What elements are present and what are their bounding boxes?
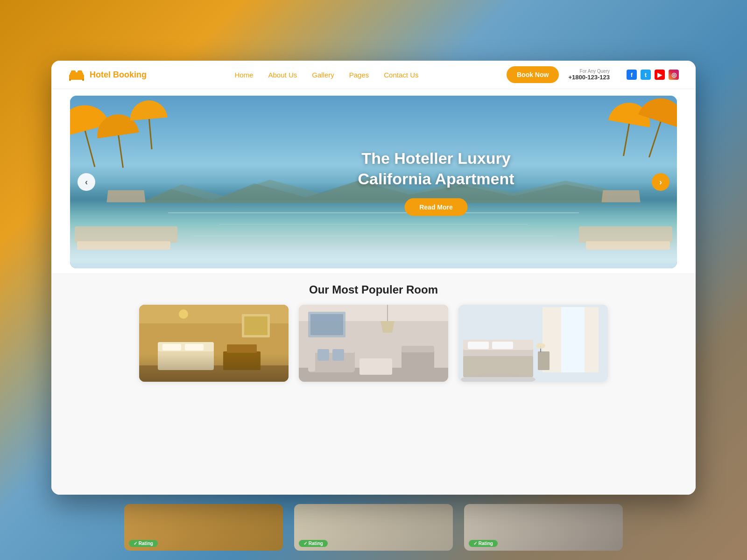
svg-marker-32 <box>381 321 395 333</box>
svg-rect-10 <box>139 365 289 382</box>
svg-rect-18 <box>244 316 268 335</box>
svg-rect-13 <box>162 344 181 350</box>
nav-gallery[interactable]: Gallery <box>312 71 334 79</box>
social-icons: f t ▶ ◎ <box>627 70 679 80</box>
bottom-card-1[interactable]: ✓ Rating <box>124 504 283 551</box>
youtube-icon[interactable]: ▶ <box>655 70 665 80</box>
svg-rect-5 <box>82 79 84 81</box>
pool-left-edge <box>106 190 145 202</box>
svg-rect-25 <box>308 346 315 371</box>
rooms-section-title: Our Most Populer Room <box>51 273 696 305</box>
svg-point-46 <box>536 343 545 349</box>
room-card-3[interactable] <box>458 305 608 382</box>
navbar: Hotel Booking Home About Us Gallery Page… <box>51 61 696 89</box>
nav-links: Home About Us Gallery Pages Contact Us <box>156 71 497 79</box>
hero-slider: ‹ The Hoteller Luxury California Apartme… <box>70 96 677 268</box>
svg-rect-3 <box>78 70 82 73</box>
read-more-button[interactable]: Read More <box>404 198 468 216</box>
svg-rect-2 <box>71 70 76 73</box>
room-card-1[interactable] <box>139 305 289 382</box>
slider-next-button[interactable]: › <box>652 173 669 191</box>
room-image-1 <box>139 305 289 382</box>
bottom-badge-2: ✓ Rating <box>299 539 328 547</box>
svg-rect-16 <box>227 344 257 353</box>
room-card-2[interactable] <box>299 305 448 382</box>
rooms-section: Our Most Populer Room <box>51 273 696 495</box>
room-image-3 <box>458 305 608 382</box>
svg-rect-41 <box>468 342 489 349</box>
browser-card: Hotel Booking Home About Us Gallery Page… <box>51 61 696 495</box>
nav-about[interactable]: About Us <box>268 71 297 79</box>
svg-rect-34 <box>310 314 343 335</box>
hero-text-overlay: The Hoteller Luxury California Apartment… <box>358 148 514 216</box>
hotel-logo-icon <box>68 66 85 83</box>
slider-prev-button[interactable]: ‹ <box>78 173 95 191</box>
nav-pages[interactable]: Pages <box>349 71 369 79</box>
nav-home[interactable]: Home <box>235 71 254 79</box>
bottom-badge-1: ✓ Rating <box>129 539 158 547</box>
svg-rect-28 <box>359 358 392 375</box>
query-label: For Any Query <box>580 69 610 74</box>
pool-right-edge <box>601 190 640 202</box>
logo-area[interactable]: Hotel Booking <box>68 66 147 83</box>
svg-rect-44 <box>538 351 550 370</box>
svg-rect-29 <box>402 349 434 372</box>
svg-rect-26 <box>317 349 329 361</box>
svg-rect-42 <box>492 342 513 349</box>
room-image-2 <box>299 305 448 382</box>
phone-number: +1800-123-123 <box>568 74 610 81</box>
bottom-card-3[interactable]: ✓ Rating <box>464 504 623 551</box>
svg-rect-27 <box>332 349 344 361</box>
twitter-icon[interactable]: t <box>641 70 651 80</box>
svg-point-19 <box>179 309 188 319</box>
logo-text: Hotel Booking <box>90 70 147 80</box>
nav-contact[interactable]: Contact Us <box>384 71 418 79</box>
svg-rect-15 <box>223 351 261 370</box>
bottom-badge-3: ✓ Rating <box>469 539 498 547</box>
book-now-button[interactable]: Book Now <box>507 66 559 83</box>
hero-title: The Hoteller Luxury California Apartment <box>358 148 514 189</box>
svg-rect-14 <box>185 344 204 350</box>
instagram-icon[interactable]: ◎ <box>669 70 679 80</box>
svg-rect-4 <box>69 79 71 81</box>
bottom-card-2[interactable]: ✓ Rating <box>294 504 453 551</box>
facebook-icon[interactable]: f <box>627 70 637 80</box>
rooms-grid <box>51 305 696 382</box>
svg-rect-30 <box>402 346 434 352</box>
contact-area: For Any Query +1800-123-123 <box>568 69 610 81</box>
bottom-peek-area: ✓ Rating ✓ Rating ✓ Rating <box>0 495 747 560</box>
svg-rect-38 <box>585 307 599 372</box>
